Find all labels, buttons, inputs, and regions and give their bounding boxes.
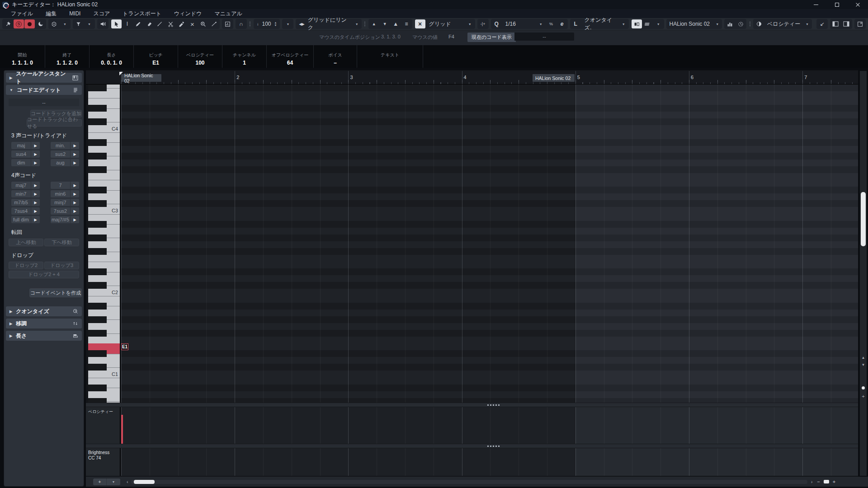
iterative-quantize-button[interactable]: % — [546, 19, 557, 28]
info-value[interactable]: 1 — [243, 60, 246, 66]
part-editing-mode-button[interactable] — [632, 19, 642, 28]
panel-length[interactable]: ▶長さ — [6, 331, 82, 341]
menu-item[interactable]: 編集 — [40, 9, 62, 19]
solo-button[interactable]: S — [14, 19, 24, 28]
chord-button[interactable]: aug — [51, 159, 70, 166]
length-link-dropdown[interactable]: ◀▶ グリッドにリンク ▼ — [296, 19, 361, 29]
part-borders-dropdown[interactable]: ▼ — [60, 19, 70, 28]
black-key[interactable] — [88, 187, 107, 193]
drop-2-4-button[interactable]: ドロップ2 + 4 — [9, 271, 79, 278]
panel-chord-edit[interactable]: ▼ コードエディット — [6, 85, 82, 95]
zoom-out-button[interactable]: − — [817, 479, 820, 484]
info-column[interactable]: 長さ0. 0. 1. 0 — [90, 45, 134, 68]
transpose-up-button[interactable]: ▲ — [391, 19, 401, 28]
chord-button[interactable]: 7sus4 — [11, 207, 31, 215]
menu-item[interactable]: ファイル — [5, 9, 38, 19]
timeline-ruler[interactable]: HALion Sonic 02 HALion Sonic 02 234567 — [86, 71, 858, 84]
chord-arrow-button[interactable]: ▶ — [31, 207, 40, 215]
black-key[interactable] — [88, 139, 107, 146]
left-zone-toggle[interactable] — [830, 19, 841, 28]
scroll-up-arrow[interactable]: ▲ — [860, 356, 867, 360]
draw-tool[interactable] — [133, 19, 143, 28]
minimize-button[interactable] — [806, 0, 826, 9]
vertical-scrollbar[interactable]: ▲ ▼ + — [860, 71, 867, 476]
lane-divider-2[interactable] — [86, 444, 858, 448]
info-column[interactable]: テキスト — [357, 45, 423, 68]
show-part-borders-icon[interactable] — [49, 19, 59, 28]
vertical-zoom-slider[interactable] — [862, 386, 865, 389]
audition-speaker-icon[interactable] — [98, 19, 108, 28]
drop-button[interactable]: ドロップ3 — [44, 262, 79, 269]
open-in-lower-zone-button[interactable]: ↙ — [817, 19, 827, 28]
info-column[interactable]: ベロシティー100 — [178, 45, 222, 68]
insert-velocity-value[interactable]: 100 — [262, 21, 271, 27]
highlighted-key-e1[interactable] — [88, 343, 120, 350]
scroll-left-arrow[interactable]: ‹ — [127, 479, 128, 484]
zoom-tool[interactable] — [198, 19, 208, 28]
move-down-button[interactable]: ▼ — [380, 19, 390, 28]
chord-arrow-button[interactable]: ▶ — [71, 190, 79, 197]
chord-button[interactable]: min7 — [11, 190, 31, 197]
info-value[interactable]: 1. 1. 1. 0 — [12, 60, 33, 66]
select-tool[interactable] — [111, 19, 122, 28]
chord-arrow-button[interactable]: ▶ — [71, 216, 79, 223]
move-up-button[interactable]: ▲ — [369, 19, 379, 28]
insert-velocity-control[interactable]: ↓ 100 ▲▼ — [254, 19, 280, 29]
chord-arrow-button[interactable]: ▶ — [31, 216, 40, 223]
window-setup-button[interactable] — [855, 19, 865, 28]
mute-tool[interactable]: × — [187, 19, 198, 28]
black-key[interactable] — [88, 268, 107, 275]
chord-arrow-button[interactable]: ▶ — [31, 150, 40, 158]
acoustic-feedback-button[interactable] — [35, 19, 46, 28]
chord-arrow-button[interactable]: ▶ — [71, 199, 79, 206]
info-value[interactable]: 100 — [195, 60, 204, 66]
info-value[interactable]: E1 — [152, 60, 159, 66]
cc-lane[interactable] — [121, 448, 858, 476]
black-key[interactable] — [88, 105, 107, 112]
panel-transpose[interactable]: ▶移調 — [6, 319, 82, 328]
chord-arrow-button[interactable]: ▶ — [31, 159, 40, 166]
vertical-zoom-in-button[interactable]: + — [860, 394, 867, 399]
chord-arrow-button[interactable]: ▶ — [71, 159, 79, 166]
maximize-button[interactable] — [826, 0, 847, 9]
chord-arrow-button[interactable]: ▶ — [71, 182, 79, 189]
black-key[interactable] — [88, 248, 107, 255]
chord-arrow-button[interactable]: ▶ — [71, 142, 79, 149]
trim-tool[interactable]: I — [122, 19, 132, 28]
panel-scale-assistant[interactable]: ▶ スケールアシスタント — [6, 73, 82, 83]
edited-part-dropdown[interactable]: HALion Sonic 02▼ — [666, 19, 722, 29]
black-key[interactable] — [88, 350, 107, 357]
quantize-panel-button[interactable]: e — [557, 19, 567, 28]
autoscroll-button[interactable] — [73, 19, 84, 28]
quantize-preset-dropdown[interactable]: 1/16▼ — [502, 19, 546, 29]
chord-arrow-button[interactable]: ▶ — [31, 190, 40, 197]
piano-keyboard[interactable]: C4C3C2C1 — [88, 84, 120, 403]
loop-icon[interactable]: ∩ — [236, 19, 246, 28]
grid-type-icon[interactable]: -|+ — [478, 19, 488, 28]
chart-icon[interactable] — [725, 19, 735, 28]
chord-button[interactable]: maj7/#5 — [51, 216, 70, 223]
scroll-down-arrow[interactable]: ▼ — [860, 363, 867, 367]
info-column[interactable]: ピッチE1 — [134, 45, 178, 68]
menu-item[interactable]: トランスポート — [117, 9, 167, 19]
info-value[interactable]: 1. 1. 2. 0 — [57, 60, 78, 66]
note-grid[interactable]: E1 — [121, 84, 858, 403]
chord-button[interactable]: min. — [51, 142, 70, 149]
curve-tool[interactable] — [209, 19, 219, 28]
part-mode-dropdown[interactable]: ▼ — [653, 19, 664, 28]
chord-button[interactable]: minj7 — [51, 199, 70, 206]
insert-velocity-dropdown[interactable]: ▼ — [283, 19, 293, 28]
inversion-button[interactable]: 下へ移動 — [44, 239, 79, 246]
info-column[interactable]: チャンネル1 — [222, 45, 267, 68]
create-chord-event-button[interactable]: コードイベントを作成 — [29, 288, 82, 297]
chord-button[interactable]: 7 — [51, 182, 70, 189]
project-cursor-handle[interactable] — [119, 72, 123, 75]
autoscroll-dropdown[interactable]: ▼ — [84, 19, 94, 28]
black-key[interactable] — [88, 153, 107, 160]
pin-icon[interactable] — [3, 19, 13, 28]
drop-button[interactable]: ドロップ2 — [9, 262, 43, 269]
menu-item[interactable]: ウィンドウ — [169, 9, 207, 19]
black-key[interactable] — [88, 221, 107, 228]
add-lane-button[interactable]: + — [93, 479, 107, 485]
black-key[interactable] — [88, 84, 107, 91]
